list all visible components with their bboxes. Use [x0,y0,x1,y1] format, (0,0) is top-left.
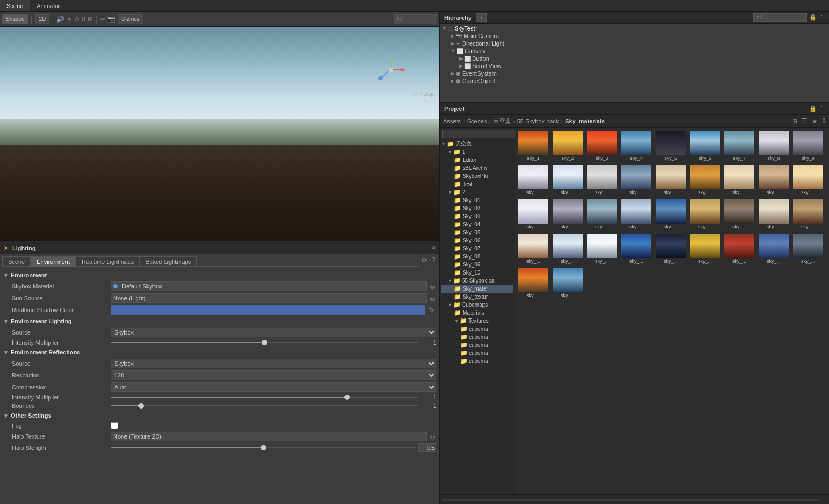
hierarchy-search[interactable] [753,13,807,22]
asset-item-13[interactable]: sky_... [655,164,687,196]
tree-sky08[interactable]: 📁 Sky_08 [441,253,513,261]
main-camera-arrow[interactable]: ▶ [451,33,454,39]
animator-tab[interactable]: Animator [30,0,67,11]
asset-item-26[interactable]: sky_... [792,198,824,231]
asset-item-1[interactable]: sky_2 [552,130,584,162]
tree-folder-test[interactable]: 📁 Test [441,180,513,188]
eventsystem-arrow[interactable]: ▶ [451,71,454,76]
tree-item-gameobject[interactable]: ▶ ⬢ GameObject [442,77,827,85]
asset-item-11[interactable]: sky_... [586,164,618,196]
intensity-track[interactable] [111,342,418,343]
dir-light-arrow[interactable]: ▶ [451,41,454,46]
breadcrumb-skybox[interactable]: 天空盒 [493,117,511,125]
asset-item-6[interactable]: sky_7 [723,130,755,162]
filter-icon[interactable]: 9 [822,117,826,125]
tree-item-canvas[interactable]: ▼ ⬜ Canvas [442,47,827,55]
tree-cubema3[interactable]: 📁 cubema [441,341,513,349]
compression-select[interactable]: Auto Compressed Uncompressed [111,382,436,392]
tree-item-eventsystem[interactable]: ▶ ⬢ EventSystem [442,70,827,77]
breadcrumb-scenes[interactable]: Scenes [467,118,487,124]
asset-item-9[interactable]: sky_... [517,164,549,196]
halo-strength-thumb[interactable] [261,445,266,450]
tree-item-button[interactable]: ▶ ⬜ Button [442,55,827,62]
folder2-arrow[interactable]: ▼ [447,190,452,195]
lighting-menu-icon[interactable]: ⋮ [420,244,426,251]
asset-item-0[interactable]: sky_1 [517,130,549,162]
asset-item-31[interactable]: sky_... [655,233,687,265]
tree-sky05[interactable]: 📁 Sky_05 [441,228,513,236]
help-icon[interactable]: ? [429,256,437,267]
tree-cubema1[interactable]: 📁 cubema [441,325,513,333]
gizmos-button[interactable]: Gizmos [118,14,143,24]
skybox-material-select-icon[interactable]: ◎ [429,283,436,290]
breadcrumb-sky-materials[interactable]: Sky_materials [565,118,605,124]
tree-sky02[interactable]: 📁 Sky_02 [441,204,513,212]
project-more-icon[interactable]: ⋮ [819,105,825,112]
tree-sky06[interactable]: 📁 Sky_06 [441,236,513,244]
bounces-track[interactable] [111,405,418,406]
tree-folder-skyboxplu[interactable]: 📁 SkyboxPlu [441,172,513,180]
tree-materials[interactable]: 📁 Materials [441,309,513,317]
asset-item-2[interactable]: sky_3 [586,130,618,162]
tree-sky10[interactable]: 📁 Sky_10 [441,269,513,277]
asset-item-5[interactable]: sky_6 [689,130,721,162]
asset-item-14[interactable]: sky_... [689,164,721,196]
scene-tab[interactable]: Scene [0,0,30,11]
grid-view-icon[interactable]: ⊞ [792,117,797,125]
asset-item-32[interactable]: sky_... [689,233,721,265]
asset-item-10[interactable]: sky_... [552,164,584,196]
list-view-icon[interactable]: ☰ [802,117,808,125]
skytest-arrow[interactable]: ▼ [442,26,447,31]
env-reflections-section-header[interactable]: ▼ Environment Reflections [3,347,436,357]
asset-item-12[interactable]: sky_... [620,164,652,196]
sun-source-select-icon[interactable]: ◎ [429,295,436,302]
env-lighting-source-select[interactable]: Skybox Gradient Color [111,328,436,337]
textures-arrow[interactable]: ▼ [454,318,459,324]
search-filter[interactable] [394,14,437,24]
asset-item-8[interactable]: sky_9 [792,130,824,162]
sun-source-input[interactable]: None (Light) [111,293,427,303]
breadcrumb-assets[interactable]: Assets [443,118,461,124]
hierarchy-add-button[interactable]: + [476,13,487,22]
tree-cubema5[interactable]: 📁 cubema [441,357,513,365]
cubemaps-arrow[interactable]: ▼ [447,302,452,308]
project-search-input[interactable] [442,130,515,138]
halo-strength-track[interactable] [111,447,416,448]
asset-item-7[interactable]: sky_8 [758,130,790,162]
tree-folder-1[interactable]: ▼ 📁 1 [441,148,513,156]
asset-item-34[interactable]: sky_... [758,233,790,265]
tree-item-scroll-view[interactable]: ▶ ⬜ Scroll View [442,62,827,70]
shadow-color-picker-icon[interactable]: ✎ [428,306,436,314]
asset-item-19[interactable]: sky_... [552,198,584,231]
tree-folder-55skybox[interactable]: ▼ 📁 55 Skybox pa [441,277,513,285]
tree-textures[interactable]: ▼ 📁 Textures [441,317,513,325]
asset-item-30[interactable]: sky_... [620,233,652,265]
tree-sky07[interactable]: 📁 Sky_07 [441,244,513,253]
tree-item-directional-light[interactable]: ▶ ☀ Directional Light [442,40,827,47]
asset-item-23[interactable]: sky_... [689,198,721,231]
asset-item-35[interactable]: sky_... [792,233,824,265]
tree-sky-textur[interactable]: 📁 Sky_textur [441,293,513,301]
button-arrow[interactable]: ▶ [459,56,463,61]
lighting-tab-scene[interactable]: Scene [2,256,31,267]
tree-folder-editor[interactable]: 📁 Editor [441,156,513,164]
hierarchy-more-icon[interactable]: ⋮ [819,14,825,21]
shadow-color-swatch[interactable] [111,305,425,315]
settings-icon[interactable]: ⚙ [419,256,429,267]
tree-folder-2[interactable]: ▼ 📁 2 [441,188,513,196]
halo-strength-value[interactable] [418,443,436,452]
star-icon[interactable]: ★ [812,117,818,125]
lighting-tab-baked[interactable]: Baked Lightmaps [140,256,197,267]
other-settings-section-header[interactable]: ▼ Other Settings [3,411,436,420]
2d-button[interactable]: 2D [35,14,49,24]
folder1-arrow[interactable]: ▼ [447,150,452,155]
tree-sky03[interactable]: 📁 Sky_03 [441,212,513,220]
asset-item-24[interactable]: sky_... [723,198,755,231]
tree-cubema4[interactable]: 📁 cubema [441,349,513,357]
asset-item-21[interactable]: sky_... [620,198,652,231]
asset-item-25[interactable]: sky_... [758,198,790,231]
asset-item-27[interactable]: sky_... [517,233,549,265]
refl-intensity-track[interactable] [111,397,418,398]
intensity-thumb[interactable] [262,340,267,345]
tree-sky-mater[interactable]: 📁 Sky_mater [441,285,513,293]
